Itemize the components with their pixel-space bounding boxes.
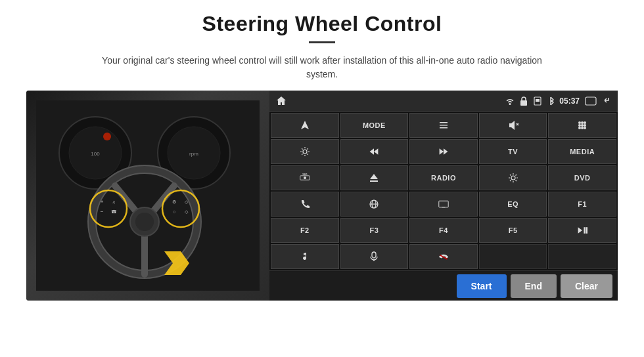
list-button[interactable] <box>409 113 478 138</box>
status-time: 05:37 <box>559 96 580 106</box>
button-grid: MODE <box>269 112 618 270</box>
svg-point-36 <box>581 121 584 124</box>
svg-marker-48 <box>440 148 444 155</box>
svg-text:360: 360 <box>302 173 308 176</box>
svg-text:+: + <box>101 199 104 205</box>
f5-button[interactable]: F5 <box>479 218 547 243</box>
svg-point-7 <box>103 133 111 140</box>
svg-rect-26 <box>520 100 527 106</box>
prev-button[interactable] <box>340 139 409 164</box>
mic-button[interactable] <box>340 244 409 269</box>
callend-button[interactable] <box>409 244 478 269</box>
svg-point-40 <box>584 124 586 127</box>
phone-button[interactable] <box>271 192 339 217</box>
svg-point-42 <box>581 127 584 129</box>
svg-point-39 <box>581 124 584 127</box>
360-button[interactable]: 360 <box>271 165 339 190</box>
f4-button[interactable]: F4 <box>409 218 478 243</box>
lock-status-icon <box>520 96 528 106</box>
brightness-button[interactable] <box>479 165 547 190</box>
bottom-bar: Start End Clear <box>269 270 618 301</box>
end-button[interactable]: End <box>511 274 557 298</box>
svg-point-38 <box>578 124 581 127</box>
svg-marker-46 <box>374 148 378 155</box>
svg-rect-66 <box>439 201 448 207</box>
content-row: 100 rpm <box>26 91 618 301</box>
svg-rect-31 <box>440 125 448 126</box>
control-panel: 05:37 MODE <box>269 91 618 301</box>
svg-rect-70 <box>586 227 587 234</box>
svg-text:⚙: ⚙ <box>172 200 176 204</box>
radio-button[interactable]: RADIO <box>409 165 478 190</box>
status-left <box>276 96 287 106</box>
page-container: Steering Wheel Control Your original car… <box>0 0 644 357</box>
eject-button[interactable] <box>340 165 409 190</box>
svg-rect-28 <box>536 99 540 102</box>
f3-button[interactable]: F3 <box>340 218 409 243</box>
title-section: Steering Wheel Control <box>202 12 442 49</box>
svg-point-37 <box>584 121 586 124</box>
svg-marker-52 <box>370 174 378 179</box>
svg-text:100: 100 <box>91 151 100 157</box>
svg-point-44 <box>303 150 307 154</box>
empty-btn-2 <box>548 244 616 269</box>
f1-button[interactable]: F1 <box>548 192 616 217</box>
back-status-icon <box>585 96 597 106</box>
sim-status-icon <box>533 96 542 106</box>
page-title: Steering Wheel Control <box>202 12 442 36</box>
empty-btn-1 <box>479 244 547 269</box>
svg-point-35 <box>578 121 581 124</box>
svg-text:−: − <box>101 209 104 215</box>
globe-button[interactable] <box>340 192 409 217</box>
svg-line-62 <box>510 180 511 182</box>
car-image-section: 100 rpm <box>26 91 269 301</box>
eq-button[interactable]: EQ <box>479 192 547 217</box>
svg-text:☎: ☎ <box>111 209 117 214</box>
playpause-button[interactable] <box>548 218 616 243</box>
svg-line-59 <box>510 175 511 176</box>
tv-button[interactable]: TV <box>479 139 547 164</box>
svg-line-60 <box>515 180 517 182</box>
svg-text:○: ○ <box>173 209 175 214</box>
svg-point-14 <box>135 213 154 231</box>
svg-rect-53 <box>370 180 378 182</box>
music-button[interactable] <box>271 244 339 269</box>
bluetooth-status-icon <box>547 96 554 106</box>
status-bar: 05:37 <box>269 91 618 112</box>
screen-button[interactable] <box>409 192 478 217</box>
clear-button[interactable]: Clear <box>561 274 612 298</box>
navigate-button[interactable] <box>271 113 339 138</box>
wifi-status-icon <box>505 96 515 106</box>
svg-point-43 <box>584 127 586 129</box>
svg-text:♫: ♫ <box>112 200 115 204</box>
dvd-button[interactable]: DVD <box>548 165 616 190</box>
svg-marker-45 <box>370 148 374 155</box>
svg-point-41 <box>578 127 581 129</box>
settings-button[interactable] <box>271 139 339 164</box>
steering-wheel-image: 100 rpm <box>26 91 269 301</box>
title-divider <box>309 41 335 43</box>
svg-line-61 <box>515 175 517 176</box>
media-button[interactable]: MEDIA <box>548 139 616 164</box>
subtitle: Your original car's steering wheel contr… <box>92 54 552 81</box>
home-icon <box>276 96 287 106</box>
mute-button[interactable] <box>479 113 547 138</box>
svg-rect-30 <box>440 122 448 123</box>
mode-button[interactable]: MODE <box>340 113 409 138</box>
start-button[interactable]: Start <box>457 274 507 298</box>
f2-button[interactable]: F2 <box>271 218 339 243</box>
svg-point-50 <box>304 177 306 179</box>
svg-rect-71 <box>372 252 376 258</box>
status-right: 05:37 <box>505 96 611 106</box>
return-icon <box>602 96 611 106</box>
svg-marker-47 <box>444 148 448 155</box>
svg-rect-32 <box>440 127 448 129</box>
svg-rect-29 <box>586 97 596 105</box>
svg-marker-68 <box>578 227 582 234</box>
svg-point-54 <box>511 176 515 180</box>
next-button[interactable] <box>409 139 478 164</box>
svg-text:rpm: rpm <box>189 151 198 157</box>
svg-rect-69 <box>584 227 586 234</box>
apps-button[interactable] <box>548 113 616 138</box>
